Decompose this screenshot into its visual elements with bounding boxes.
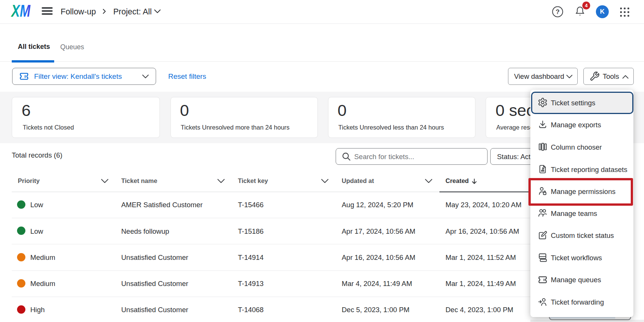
- svg-text:?: ?: [556, 8, 560, 16]
- svg-text:XM: XM: [11, 2, 31, 20]
